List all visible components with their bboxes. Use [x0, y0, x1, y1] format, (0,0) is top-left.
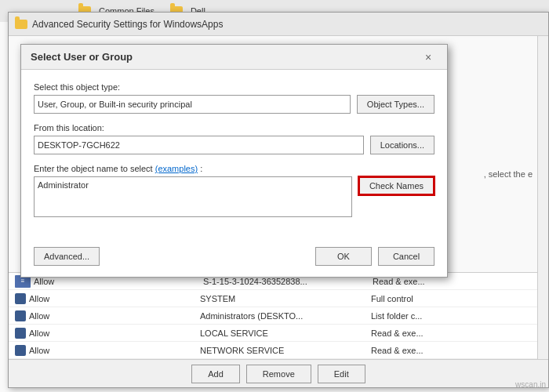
- object-type-row: Object Types...: [34, 95, 434, 114]
- perm-type: Allow: [29, 328, 200, 338]
- perm-type: Allow: [29, 294, 200, 303]
- object-name-input[interactable]: [34, 176, 352, 217]
- perm-name: LOCAL SERVICE: [200, 328, 371, 338]
- remove-button[interactable]: Remove: [246, 365, 311, 383]
- perm-name: SYSTEM: [200, 294, 371, 303]
- perm-name: S-1-15-3-1024-36352838...: [203, 277, 373, 286]
- advanced-button[interactable]: Advanced...: [34, 247, 100, 266]
- outer-dialog-titlebar: Advanced Security Settings for WindowsAp…: [9, 13, 548, 36]
- cancel-button[interactable]: Cancel: [378, 247, 434, 266]
- object-name-group: Enter the object name to select (example…: [34, 164, 434, 217]
- footer-right: OK Cancel: [315, 247, 434, 266]
- location-input[interactable]: [34, 136, 364, 154]
- table-row: Allow SYSTEM Full control: [9, 290, 548, 307]
- table-row: Allow LOCAL SERVICE Read & exe...: [9, 325, 548, 342]
- perm-access: Read & exe...: [373, 277, 542, 286]
- bottom-toolbar: Add Remove Edit: [9, 359, 548, 387]
- outer-dialog: Advanced Security Settings for WindowsAp…: [8, 12, 549, 388]
- wscan-badge: wscan.in: [515, 380, 546, 389]
- user-icon: [15, 293, 26, 304]
- perm-access: Read & exe...: [371, 346, 542, 355]
- edit-button[interactable]: Edit: [318, 365, 365, 383]
- user-icon: [15, 328, 26, 339]
- object-types-button[interactable]: Object Types...: [357, 95, 434, 114]
- ok-button[interactable]: OK: [315, 247, 372, 266]
- perm-table: ≡ Allow S-1-15-3-1024-36352838... Read &…: [9, 272, 548, 359]
- examples-link[interactable]: (examples): [155, 164, 198, 173]
- user-icon: [15, 345, 26, 356]
- dialog-content: Select this object type: Object Types...…: [21, 70, 447, 239]
- locations-button[interactable]: Locations...: [370, 136, 434, 154]
- location-row: Locations...: [34, 136, 434, 154]
- object-name-label: Enter the object name to select (example…: [34, 164, 434, 173]
- location-group: From this location: Locations...: [34, 123, 434, 154]
- outer-dialog-title: Advanced Security Settings for WindowsAp…: [32, 19, 223, 30]
- table-row: Allow NETWORK SERVICE Read & exe...: [9, 342, 548, 359]
- colon-text: :: [200, 164, 202, 173]
- outer-folder-icon: [15, 20, 27, 29]
- scrollbar[interactable]: [537, 36, 548, 359]
- perm-name: NETWORK SERVICE: [200, 346, 371, 355]
- inner-dialog-titlebar: Select User or Group ×: [21, 45, 447, 70]
- select-user-dialog: Select User or Group × Select this objec…: [20, 44, 448, 278]
- object-type-input[interactable]: [34, 95, 351, 114]
- perm-access: Full control: [371, 294, 542, 303]
- perm-access: Read & exe...: [371, 328, 542, 338]
- check-names-button[interactable]: Check Names: [358, 176, 434, 195]
- perm-name: Administrators (DESKTO...: [200, 311, 371, 321]
- close-button[interactable]: ×: [419, 48, 438, 67]
- location-label: From this location:: [34, 123, 434, 132]
- dialog-footer: Advanced... OK Cancel: [21, 239, 447, 277]
- right-side-hint: , select the e: [484, 169, 533, 179]
- perm-type: Allow: [34, 277, 203, 286]
- perm-type: Allow: [29, 346, 200, 355]
- add-button[interactable]: Add: [191, 365, 240, 383]
- perm-type: Allow: [29, 311, 200, 321]
- perm-access: List folder c...: [371, 311, 542, 321]
- background-window: Common Files Dell Advanced Security Sett…: [0, 0, 549, 392]
- inner-dialog-title: Select User or Group: [31, 51, 133, 63]
- table-row: Allow Administrators (DESKTO... List fol…: [9, 307, 548, 325]
- enter-name-text: Enter the object name to select: [34, 164, 153, 173]
- user-icon: [15, 310, 26, 321]
- object-type-group: Select this object type: Object Types...: [34, 82, 434, 114]
- object-name-row: Check Names: [34, 176, 434, 217]
- object-type-label: Select this object type:: [34, 82, 434, 92]
